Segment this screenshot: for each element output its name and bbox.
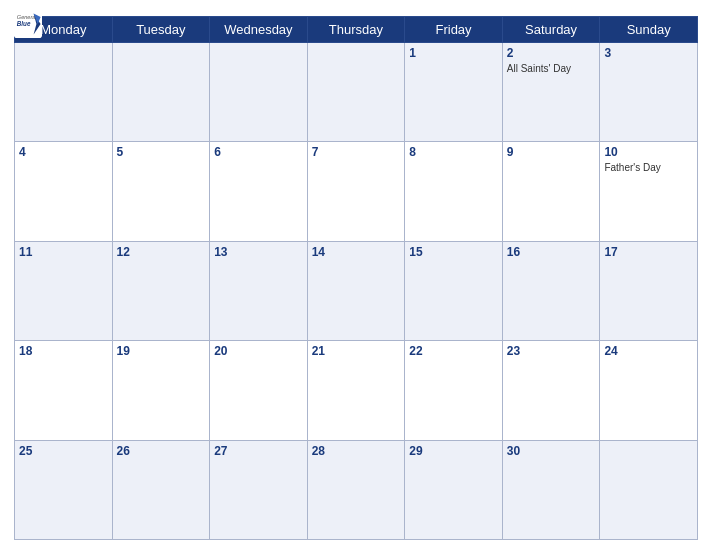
calendar-cell: 14 bbox=[307, 241, 405, 340]
calendar-cell: 30 bbox=[502, 440, 600, 539]
weekday-header-thursday: Thursday bbox=[307, 17, 405, 43]
calendar-cell: 8 bbox=[405, 142, 503, 241]
event-label: All Saints' Day bbox=[507, 62, 596, 75]
calendar-cell: 10Father's Day bbox=[600, 142, 698, 241]
calendar-cell bbox=[112, 43, 210, 142]
calendar-cell: 20 bbox=[210, 341, 308, 440]
calendar-cell: 18 bbox=[15, 341, 113, 440]
calendar-cell: 19 bbox=[112, 341, 210, 440]
calendar-cell: 29 bbox=[405, 440, 503, 539]
calendar-cell: 28 bbox=[307, 440, 405, 539]
calendar-cell: 27 bbox=[210, 440, 308, 539]
calendar-table: MondayTuesdayWednesdayThursdayFridaySatu… bbox=[14, 16, 698, 540]
calendar-cell: 26 bbox=[112, 440, 210, 539]
weekday-header-friday: Friday bbox=[405, 17, 503, 43]
weekday-header-sunday: Sunday bbox=[600, 17, 698, 43]
day-number: 12 bbox=[117, 245, 206, 259]
day-number: 10 bbox=[604, 145, 693, 159]
weekday-header-saturday: Saturday bbox=[502, 17, 600, 43]
logo-icon: General Blue bbox=[14, 10, 42, 38]
calendar-cell bbox=[15, 43, 113, 142]
calendar-cell: 24 bbox=[600, 341, 698, 440]
calendar-cell bbox=[307, 43, 405, 142]
calendar-cell: 12 bbox=[112, 241, 210, 340]
day-number: 17 bbox=[604, 245, 693, 259]
calendar-cell: 25 bbox=[15, 440, 113, 539]
day-number: 6 bbox=[214, 145, 303, 159]
calendar-cell: 16 bbox=[502, 241, 600, 340]
day-number: 14 bbox=[312, 245, 401, 259]
day-number: 18 bbox=[19, 344, 108, 358]
calendar-week-row: 11121314151617 bbox=[15, 241, 698, 340]
calendar-week-row: 45678910Father's Day bbox=[15, 142, 698, 241]
calendar-cell: 3 bbox=[600, 43, 698, 142]
day-number: 5 bbox=[117, 145, 206, 159]
day-number: 21 bbox=[312, 344, 401, 358]
calendar-cell: 23 bbox=[502, 341, 600, 440]
day-number: 4 bbox=[19, 145, 108, 159]
calendar-cell: 4 bbox=[15, 142, 113, 241]
day-number: 25 bbox=[19, 444, 108, 458]
day-number: 1 bbox=[409, 46, 498, 60]
calendar-cell bbox=[600, 440, 698, 539]
day-number: 27 bbox=[214, 444, 303, 458]
calendar-cell: 5 bbox=[112, 142, 210, 241]
day-number: 8 bbox=[409, 145, 498, 159]
calendar-cell bbox=[210, 43, 308, 142]
calendar-week-row: 18192021222324 bbox=[15, 341, 698, 440]
day-number: 30 bbox=[507, 444, 596, 458]
calendar-cell: 2All Saints' Day bbox=[502, 43, 600, 142]
calendar-cell: 17 bbox=[600, 241, 698, 340]
day-number: 16 bbox=[507, 245, 596, 259]
calendar-cell: 7 bbox=[307, 142, 405, 241]
day-number: 19 bbox=[117, 344, 206, 358]
calendar-week-row: 12All Saints' Day3 bbox=[15, 43, 698, 142]
day-number: 28 bbox=[312, 444, 401, 458]
weekday-header-row: MondayTuesdayWednesdayThursdayFridaySatu… bbox=[15, 17, 698, 43]
calendar-cell: 9 bbox=[502, 142, 600, 241]
day-number: 7 bbox=[312, 145, 401, 159]
day-number: 11 bbox=[19, 245, 108, 259]
day-number: 13 bbox=[214, 245, 303, 259]
day-number: 23 bbox=[507, 344, 596, 358]
calendar-cell: 1 bbox=[405, 43, 503, 142]
day-number: 15 bbox=[409, 245, 498, 259]
calendar-cell: 15 bbox=[405, 241, 503, 340]
calendar-cell: 6 bbox=[210, 142, 308, 241]
calendar-wrapper: General Blue MondayTuesdayWednesdayThurs… bbox=[0, 0, 712, 550]
weekday-header-tuesday: Tuesday bbox=[112, 17, 210, 43]
logo: General Blue bbox=[14, 10, 42, 38]
calendar-week-row: 252627282930 bbox=[15, 440, 698, 539]
svg-text:Blue: Blue bbox=[17, 20, 31, 27]
day-number: 26 bbox=[117, 444, 206, 458]
day-number: 29 bbox=[409, 444, 498, 458]
day-number: 22 bbox=[409, 344, 498, 358]
event-label: Father's Day bbox=[604, 161, 693, 174]
day-number: 24 bbox=[604, 344, 693, 358]
calendar-cell: 11 bbox=[15, 241, 113, 340]
calendar-cell: 13 bbox=[210, 241, 308, 340]
day-number: 3 bbox=[604, 46, 693, 60]
day-number: 20 bbox=[214, 344, 303, 358]
weekday-header-wednesday: Wednesday bbox=[210, 17, 308, 43]
day-number: 2 bbox=[507, 46, 596, 60]
calendar-cell: 22 bbox=[405, 341, 503, 440]
calendar-cell: 21 bbox=[307, 341, 405, 440]
day-number: 9 bbox=[507, 145, 596, 159]
